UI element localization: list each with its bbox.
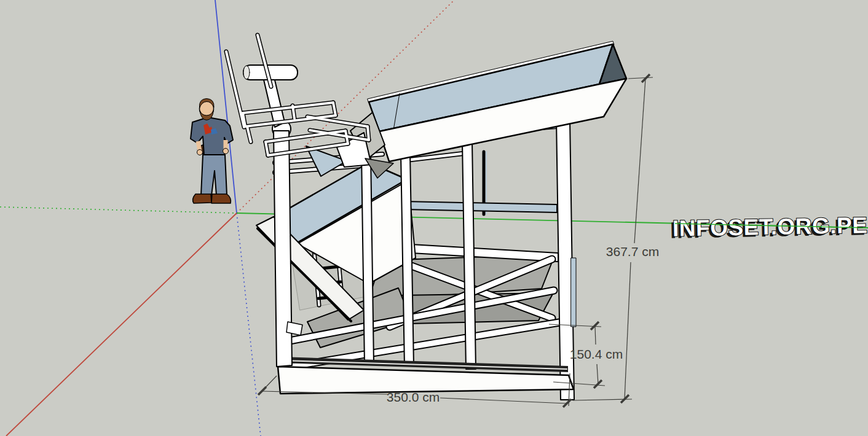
figure-hand-left	[197, 150, 203, 155]
watermark-3d-text: INFOSET.ORG.PE INFOSET.ORG.PE	[670, 212, 868, 243]
figure-boot-left	[193, 194, 211, 203]
figure-hand-right	[223, 149, 229, 154]
sketchup-window: INFOSET.ORG.PE INFOSET.ORG.PE	[0, 0, 868, 436]
figure-boot-right	[211, 194, 231, 203]
viewport-canvas[interactable]: INFOSET.ORG.PE INFOSET.ORG.PE	[0, 0, 868, 436]
dimension-leg-label: 150.4 cm	[570, 347, 623, 361]
dimension-height-label: 367.7 cm	[606, 244, 659, 259]
right-post-blue-sliver	[571, 258, 576, 327]
pipe-tee-cap	[243, 66, 250, 79]
dimension-width-label: 350.0 cm	[387, 390, 440, 404]
